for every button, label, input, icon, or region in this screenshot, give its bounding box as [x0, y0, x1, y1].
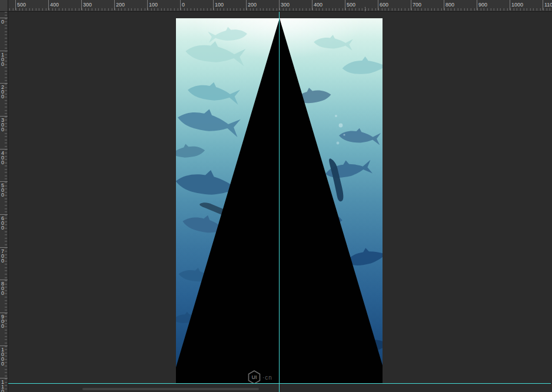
ruler-left-label: 200	[1, 85, 5, 99]
ruler-left-label: 600	[1, 216, 5, 230]
uicn-logo-icon: UI	[248, 370, 261, 383]
ruler-top-label: 900	[478, 2, 487, 8]
ruler-top-label: 200	[248, 2, 257, 8]
guide-vertical[interactable]	[279, 12, 280, 392]
ruler-top-label: 100	[149, 2, 158, 8]
ruler-cursor-marker-vertical	[4, 321, 8, 321]
ruler-top-label: 500	[17, 2, 26, 8]
canvas-area[interactable]: UI ·cn	[8, 12, 552, 392]
ruler-left-minor-ticks	[5, 12, 7, 392]
ruler-top-label: 800	[445, 2, 454, 8]
horizontal-scrollbar-thumb[interactable]	[82, 388, 259, 390]
ruler-top-minor-ticks	[8, 8, 552, 11]
watermark-suffix-text: ·cn	[262, 374, 272, 381]
ruler-top-label: 500	[347, 2, 355, 8]
ruler-top[interactable]: 5004003002001000100200300400500600700800…	[8, 0, 552, 12]
guide-horizontal[interactable]	[8, 383, 551, 384]
ruler-top-label: 400	[50, 2, 59, 8]
ruler-top-label: 200	[116, 2, 125, 8]
fish-silhouette	[176, 104, 241, 137]
ruler-top-label: 0	[182, 2, 185, 8]
fish-silhouette	[314, 34, 354, 51]
ruler-left-label: 100	[1, 52, 5, 67]
fish-silhouette	[208, 25, 248, 43]
fish-silhouette	[342, 55, 383, 76]
ruler-left-label: 1100	[1, 380, 5, 392]
fish-silhouette	[185, 38, 246, 66]
ruler-left-label: 500	[1, 183, 5, 197]
ruler-left-label: 0	[1, 19, 5, 24]
ruler-top-label: 600	[380, 2, 388, 8]
ruler-left[interactable]: 010020030040050060070080090010001100	[0, 12, 8, 392]
ruler-left-label: 700	[1, 249, 5, 263]
bubble-silhouette	[339, 124, 343, 128]
design-canvas-window: 5004003002001000100200300400500600700800…	[0, 0, 552, 392]
fish-silhouette	[187, 79, 241, 105]
ruler-left-label: 900	[1, 314, 5, 328]
ruler-top-label: 300	[281, 2, 290, 8]
ruler-left-label: 400	[1, 151, 5, 165]
ruler-top-label: 400	[314, 2, 322, 8]
ruler-top-label: 1000	[511, 2, 523, 8]
bubble-silhouette	[337, 142, 340, 145]
watermark-logo-text: UI	[252, 374, 257, 380]
ruler-cursor-marker-horizontal	[365, 7, 365, 11]
ruler-top-label: 300	[83, 2, 92, 8]
ruler-top-label: 100	[215, 2, 224, 8]
ruler-left-label: 800	[1, 281, 5, 295]
ruler-left-label: 300	[1, 118, 5, 132]
fish-silhouette	[338, 127, 381, 145]
fish-silhouette	[176, 142, 205, 160]
bubble-silhouette	[343, 134, 345, 135]
ruler-top-label: 1100	[544, 2, 552, 8]
ruler-top-label: 700	[413, 2, 421, 8]
watermark-uicn: UI ·cn	[248, 370, 272, 383]
ruler-left-label: 1000	[1, 347, 5, 366]
ruler-origin-corner[interactable]	[0, 0, 8, 12]
bubble-silhouette	[335, 115, 337, 117]
